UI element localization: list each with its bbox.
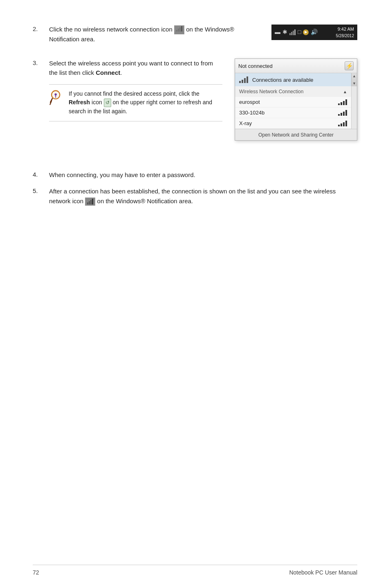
step-4: 4. When connecting, you may have to ente… bbox=[33, 170, 357, 180]
step-5-text-body: After a connection has been established,… bbox=[49, 188, 336, 204]
popup-body-scrollbar bbox=[351, 86, 357, 129]
tip-text: If you cannot find the desired access po… bbox=[69, 90, 217, 116]
taskbar-network-icon bbox=[289, 29, 296, 35]
wireless-connected-icon bbox=[85, 197, 95, 206]
open-network-center-link[interactable]: Open Network and Sharing Center bbox=[258, 132, 334, 138]
refresh-label: Refresh bbox=[69, 99, 90, 105]
step-2-text: Click the no wireless network connection… bbox=[49, 25, 259, 44]
taskbar-screenshot: ▬ ✱ □ ▶ 🔊 9:42 AM 5/28/201 bbox=[271, 25, 357, 40]
taskbar-square-icon: □ bbox=[298, 28, 301, 37]
page-footer: 72 Notebook PC User Manual bbox=[33, 565, 357, 576]
step-2-content: Click the no wireless network connection… bbox=[49, 25, 357, 44]
footer-page-number: 72 bbox=[33, 569, 39, 576]
tip-icon bbox=[49, 90, 64, 108]
network-name-eurospot: eurospot bbox=[239, 99, 260, 105]
scroll-down-arrow[interactable]: ▼ bbox=[352, 81, 356, 85]
step-2: 2. Click the no wireless network connect… bbox=[33, 25, 357, 44]
taskbar-time-block: 9:42 AM 5/28/2012 bbox=[336, 26, 354, 39]
step-4-number: 4. bbox=[33, 170, 49, 178]
no-wireless-icon bbox=[174, 25, 184, 34]
taskbar-monitor-icon: ▬ bbox=[275, 28, 280, 37]
taskbar-date: 5/28/2012 bbox=[336, 33, 354, 39]
step-3-main-text: Select the wireless access point you wan… bbox=[49, 58, 222, 78]
step-5-text: After a connection has been established,… bbox=[49, 186, 357, 206]
popup-header: Not connected ⚡ bbox=[235, 59, 357, 73]
wireless-section-label: Wireless Network Connection bbox=[239, 89, 303, 94]
network-item-330-1024b[interactable]: 330-1024b bbox=[235, 108, 351, 118]
signal-bars-330-1024b bbox=[338, 110, 347, 116]
connect-label: Connect bbox=[96, 69, 120, 76]
wireless-popup: Not connected ⚡ bbox=[235, 58, 357, 141]
step-5-number: 5. bbox=[33, 186, 49, 194]
connections-main: Connections are available bbox=[235, 73, 351, 86]
popup-body-main: Wireless Network Connection ▲ eurospot bbox=[235, 86, 351, 129]
step-2-text-body: Click the no wireless network connection… bbox=[49, 26, 234, 43]
tip-box: If you cannot find the desired access po… bbox=[49, 84, 222, 121]
taskbar-star-icon: ✱ bbox=[282, 28, 287, 37]
step-3-left: Select the wireless access point you wan… bbox=[49, 58, 222, 121]
section-expand-icon[interactable]: ▲ bbox=[343, 90, 347, 94]
step-4-text: When connecting, you may have to enter a… bbox=[49, 170, 357, 180]
network-name-xray: X-ray bbox=[239, 120, 252, 126]
step-3: 3. Select the wireless access point you … bbox=[33, 58, 357, 155]
network-item-eurospot[interactable]: eurospot bbox=[235, 97, 351, 108]
taskbar-speaker-icon: 🔊 bbox=[311, 28, 318, 37]
signal-bars-xray bbox=[338, 121, 347, 126]
step-3-number: 3. bbox=[33, 58, 49, 155]
taskbar-time: 9:42 AM bbox=[336, 26, 354, 33]
wifi-bars-icon bbox=[239, 76, 248, 83]
step-2-number: 2. bbox=[33, 25, 49, 32]
connections-available-text: Connections are available bbox=[252, 77, 314, 83]
network-name-330-1024b: 330-1024b bbox=[239, 110, 264, 116]
popup-scrollbar-right[interactable]: ▲ ▼ bbox=[351, 73, 357, 86]
popup-footer: Open Network and Sharing Center bbox=[235, 129, 357, 140]
not-connected-label: Not connected bbox=[238, 63, 273, 69]
connections-available-row: Connections are available ▲ ▼ bbox=[235, 73, 357, 86]
page: 2. Click the no wireless network connect… bbox=[0, 0, 390, 588]
scroll-up-arrow[interactable]: ▲ bbox=[352, 74, 356, 78]
taskbar-wifi-icon: ▶ bbox=[303, 29, 309, 35]
magnifier-svg bbox=[49, 90, 64, 108]
step-5: 5. After a connection has been establish… bbox=[33, 186, 357, 206]
popup-refresh-button[interactable]: ⚡ bbox=[345, 61, 354, 70]
signal-bars-eurospot bbox=[338, 99, 347, 105]
popup-body: Wireless Network Connection ▲ eurospot bbox=[235, 86, 357, 129]
step-3-content: Select the wireless access point you wan… bbox=[49, 58, 357, 155]
footer-title: Notebook PC User Manual bbox=[289, 569, 357, 576]
wireless-section-header: Wireless Network Connection ▲ bbox=[235, 86, 351, 97]
network-item-xray[interactable]: X-ray bbox=[235, 118, 351, 129]
refresh-icon: ↺ bbox=[104, 99, 111, 107]
